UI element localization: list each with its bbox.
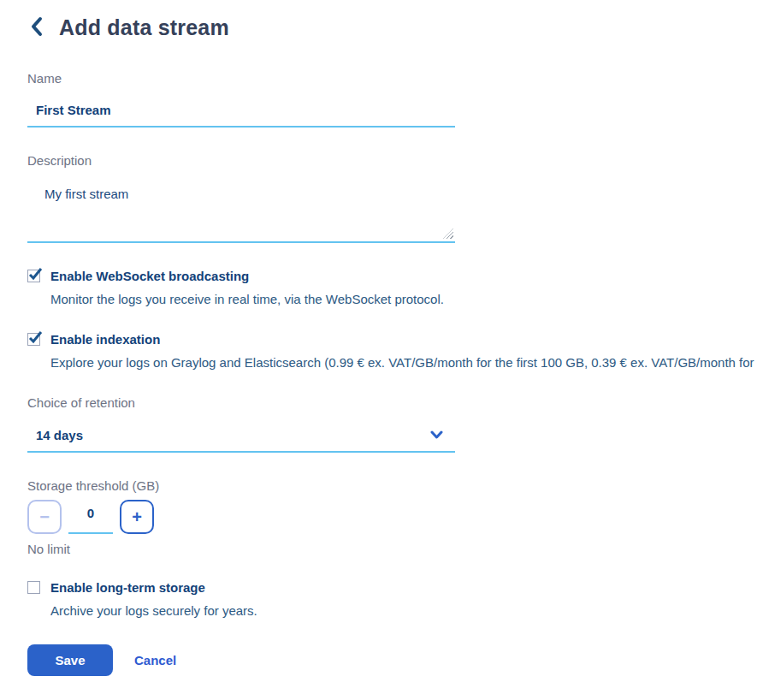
- description-label: Description: [27, 153, 748, 168]
- indexation-group: Enable indexation Explore your logs on G…: [27, 332, 748, 370]
- increment-button[interactable]: +: [120, 500, 154, 534]
- websocket-checkbox[interactable]: [27, 270, 40, 282]
- threshold-stepper: − +: [27, 500, 748, 534]
- websocket-checkbox-row[interactable]: Enable WebSocket broadcasting: [27, 269, 748, 283]
- decrement-button[interactable]: −: [27, 500, 62, 534]
- chevron-left-icon: [30, 16, 44, 39]
- indexation-label: Enable indexation: [50, 332, 160, 347]
- description-field-group: Description My first stream: [27, 153, 748, 243]
- retention-select[interactable]: 14 days: [27, 415, 455, 453]
- longterm-help-text: Archive your logs securely for years.: [50, 603, 748, 618]
- longterm-checkbox[interactable]: [27, 581, 40, 594]
- page-title: Add data stream: [59, 15, 229, 40]
- longterm-label: Enable long-term storage: [50, 580, 205, 595]
- name-label: Name: [27, 71, 748, 86]
- back-button[interactable]: [27, 17, 46, 39]
- retention-label: Choice of retention: [27, 395, 748, 410]
- checkmark-icon: [28, 330, 43, 348]
- websocket-help-text: Monitor the logs you receive in real tim…: [50, 292, 748, 306]
- description-textarea-wrap: My first stream: [27, 171, 455, 243]
- form-actions: Save Cancel: [27, 644, 748, 676]
- websocket-label: Enable WebSocket broadcasting: [50, 269, 249, 283]
- longterm-group: Enable long-term storage Archive your lo…: [27, 580, 748, 618]
- name-input[interactable]: [27, 91, 455, 128]
- websocket-group: Enable WebSocket broadcasting Monitor th…: [27, 269, 748, 306]
- chevron-down-icon: [430, 427, 443, 442]
- add-data-stream-page: Add data stream Name Description My firs…: [0, 0, 757, 676]
- retention-selected-value: 14 days: [36, 428, 83, 442]
- cancel-button[interactable]: Cancel: [134, 653, 176, 667]
- threshold-label: Storage threshold (GB): [27, 478, 748, 493]
- page-header: Add data stream: [27, 15, 748, 40]
- description-textarea[interactable]: My first stream: [27, 171, 455, 243]
- save-button[interactable]: Save: [27, 644, 113, 676]
- threshold-hint: No limit: [27, 542, 748, 556]
- threshold-field-group: Storage threshold (GB) − + No limit: [27, 478, 748, 556]
- name-field-group: Name: [27, 71, 748, 128]
- indexation-checkbox[interactable]: [27, 333, 40, 346]
- longterm-checkbox-row[interactable]: Enable long-term storage: [27, 580, 748, 595]
- indexation-checkbox-row[interactable]: Enable indexation: [27, 332, 748, 347]
- checkmark-icon: [28, 267, 43, 285]
- threshold-input[interactable]: [68, 500, 113, 534]
- indexation-help-text: Explore your logs on Graylog and Elastic…: [50, 355, 748, 370]
- retention-field-group: Choice of retention 14 days: [27, 395, 748, 453]
